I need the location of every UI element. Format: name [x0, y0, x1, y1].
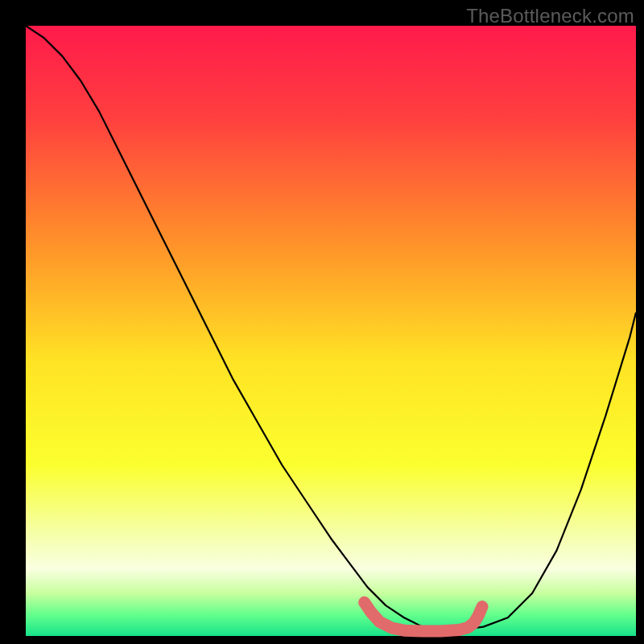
watermark-text: TheBottleneck.com	[466, 5, 634, 27]
bottleneck-chart	[0, 0, 644, 644]
gradient-background	[26, 26, 636, 636]
chart-stage: TheBottleneck.com	[0, 0, 644, 644]
